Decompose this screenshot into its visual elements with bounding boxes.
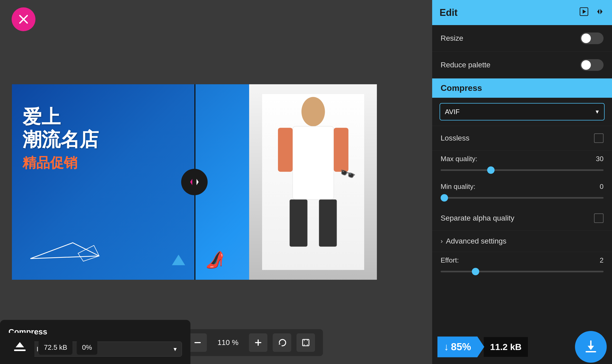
format-select-container: AVIF WebP PNG JPEG [440, 103, 605, 120]
triangle-decoration [25, 237, 104, 264]
panel-header-icons [578, 6, 605, 19]
svg-marker-25 [16, 342, 24, 347]
svg-point-7 [301, 97, 325, 126]
image-right-panel: 🕶️ 👠 [194, 84, 377, 280]
effort-value: 2 [600, 256, 604, 264]
download-small-button[interactable] [5, 333, 34, 362]
rotate-button[interactable] [273, 333, 291, 352]
close-button[interactable] [12, 7, 35, 31]
status-bar: 72.5 kB 0% [0, 331, 103, 364]
min-quality-row: Min quality: 0 [432, 178, 612, 206]
right-panel: Edit Resize [432, 0, 612, 364]
chinese-line1: 爱上 [22, 105, 99, 128]
format-select-wrapper: AVIF WebP PNG JPEG [432, 98, 612, 126]
save-arrow-icon: ↓ [444, 341, 449, 353]
svg-marker-13 [190, 179, 192, 185]
zoom-out-button[interactable] [188, 333, 207, 352]
svg-marker-2 [30, 243, 99, 259]
svg-marker-4 [172, 255, 185, 265]
canvas-area: 爱上 潮流名店 精品促销 [0, 0, 432, 364]
zoom-in-button[interactable] [249, 333, 268, 352]
reduce-palette-toggle[interactable] [580, 59, 604, 71]
svg-rect-12 [334, 128, 348, 172]
output-size-value: 11.2 kB [490, 342, 522, 352]
advanced-settings-chevron: › [441, 237, 443, 245]
image-comparison: 爱上 潮流名店 精品促销 [12, 84, 377, 280]
lossless-row: Lossless [432, 126, 612, 151]
resize-label: Resize [441, 34, 463, 43]
svg-rect-9 [290, 200, 307, 247]
compare-toggle-button[interactable] [181, 169, 208, 195]
chinese-line2: 潮流名店 [22, 128, 99, 151]
max-quality-slider[interactable] [441, 169, 604, 171]
heels-decoration: 👠 [205, 250, 225, 269]
savings-badge: ↓ 85% [437, 337, 484, 357]
zoom-value: 110 % [212, 338, 244, 347]
svg-rect-8 [293, 126, 334, 199]
max-quality-row: Max quality: 30 [432, 151, 612, 178]
advanced-settings-label: Advanced settings [446, 237, 506, 245]
reduce-palette-label: Reduce palette [441, 61, 490, 69]
expand-button[interactable] [297, 333, 315, 352]
image-left-panel: 爱上 潮流名店 精品促销 [12, 84, 194, 280]
percentage-value: 0 [82, 343, 86, 351]
panel-header: Edit [432, 0, 612, 25]
svg-rect-19 [303, 339, 309, 346]
svg-marker-27 [583, 10, 586, 14]
effort-row: Effort: 2 [432, 252, 612, 280]
panel-title: Edit [440, 7, 458, 18]
max-quality-value: 30 [596, 155, 604, 163]
max-quality-label: Max quality: [441, 155, 477, 163]
file-size-badge: 72.5 kB [39, 340, 72, 355]
resize-toggle[interactable] [580, 32, 604, 44]
percentage-badge: 0% [77, 340, 97, 355]
min-quality-value: 0 [600, 183, 604, 191]
compress-section-title: Compress [441, 83, 482, 93]
min-quality-label: Min quality: [441, 183, 476, 191]
format-select[interactable]: AVIF WebP PNG JPEG [440, 103, 605, 120]
separate-alpha-label: Separate alpha quality [441, 214, 514, 222]
zoom-text: 110 % [217, 338, 238, 347]
zoom-toolbar: 110 % [180, 329, 323, 356]
panel-play-icon[interactable] [578, 6, 590, 19]
svg-marker-29 [600, 9, 602, 14]
svg-rect-32 [586, 351, 596, 352]
image-text: 爱上 潮流名店 精品促销 [22, 105, 99, 172]
svg-marker-31 [588, 346, 594, 350]
save-percentage-symbol: % [462, 341, 471, 352]
separate-alpha-row: Separate alpha quality [432, 206, 612, 231]
output-size-badge: 11.2 kB [484, 337, 528, 357]
effort-slider[interactable] [441, 271, 604, 272]
advanced-settings-row[interactable]: › Advanced settings [432, 231, 612, 252]
save-percentage: 85% [451, 341, 471, 353]
panel-nav-icon[interactable] [593, 6, 605, 19]
svg-marker-14 [197, 179, 199, 185]
effort-label: Effort: [441, 256, 459, 264]
save-info: ↓ 85% 11.2 kB [437, 337, 575, 357]
lossless-label: Lossless [441, 134, 469, 142]
resize-row: Resize [432, 25, 612, 52]
min-quality-slider[interactable] [441, 197, 604, 199]
save-area: ↓ 85% 11.2 kB [432, 330, 612, 364]
percentage-symbol: % [86, 343, 92, 351]
lossless-checkbox[interactable] [594, 133, 604, 143]
svg-rect-10 [319, 200, 337, 247]
panel-content: Resize Reduce palette Compress AVIF WebP… [432, 25, 612, 364]
download-large-button[interactable] [575, 331, 607, 363]
compress-section-header: Compress [432, 78, 612, 98]
model-area [249, 84, 377, 280]
svg-marker-3 [78, 245, 99, 261]
chinese-line3: 精品促销 [22, 154, 99, 172]
separate-alpha-checkbox[interactable] [594, 213, 604, 223]
svg-rect-11 [278, 128, 293, 172]
svg-marker-28 [597, 9, 599, 14]
svg-rect-24 [14, 349, 26, 351]
save-percentage-value: 85 [451, 341, 462, 352]
arrow-decoration [171, 253, 186, 269]
reduce-palette-row: Reduce palette [432, 52, 612, 78]
